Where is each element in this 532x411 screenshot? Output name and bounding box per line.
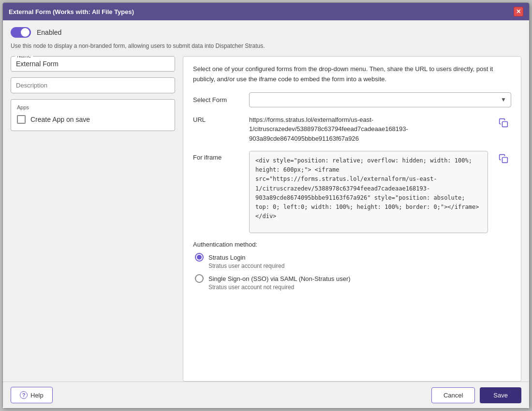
url-label: URL [193,115,241,123]
create-app-row: Create App on save [17,115,169,124]
enabled-section: Enabled [11,27,521,38]
dialog-body: Enabled Use this node to display a non-b… [3,20,529,382]
apps-section: Apps Create App on save [11,99,175,131]
left-panel: Name Apps Create App on save [11,56,175,382]
radio-stratus-login-label: Stratus Login [208,254,246,261]
dialog-container: External Form (Works with: All File Type… [2,2,530,409]
radio-option-stratus: Stratus Login Stratus user account requi… [193,253,511,269]
footer-right: Cancel Save [431,387,521,403]
enabled-toggle[interactable] [11,27,31,38]
right-panel: Select one of your configured forms from… [183,56,521,382]
main-content: Name Apps Create App on save Select o [11,56,521,382]
select-form-row: Select Form ▼ [193,92,511,107]
svg-rect-1 [502,158,508,163]
help-label: Help [30,392,44,399]
copy-url-button[interactable] [496,115,511,131]
description-paragraph: Use this node to display a non-branded f… [11,42,521,50]
copy-iframe-button[interactable] [496,151,511,166]
iframe-code: <div style="position: relative; overflow… [249,151,488,233]
name-float-label: Name [15,56,33,59]
radio-row-sso: Single Sign-on (SSO) via SAML (Non-Strat… [195,274,511,283]
select-form-wrapper: ▼ [249,92,511,107]
description-input[interactable] [11,77,175,93]
copy-iframe-icon [499,154,508,163]
radio-sso[interactable] [195,274,204,283]
apps-section-label: Apps [17,104,169,110]
radio-row-stratus: Stratus Login [195,253,511,262]
copy-icon [499,118,508,128]
save-button[interactable]: Save [480,387,521,403]
name-input[interactable] [16,60,170,68]
create-app-label: Create App on save [30,116,90,123]
enabled-label: Enabled [37,29,61,36]
auth-title: Authentication method: [193,241,511,248]
iframe-label: For iframe [193,151,241,161]
radio-option-sso: Single Sign-on (SSO) via SAML (Non-Strat… [193,274,511,291]
radio-sso-label: Single Sign-on (SSO) via SAML (Non-Strat… [208,275,351,282]
url-row: URL https://forms.stratus.lol/externalfo… [193,115,511,144]
name-field-container: Name [11,56,175,72]
radio-sso-sublabel: Stratus user account not required [195,284,511,291]
auth-section: Authentication method: Stratus Login Str… [193,241,511,291]
help-icon: ? [20,391,28,399]
iframe-row: For iframe <div style="position: relativ… [193,151,511,233]
dialog-footer: ? Help Cancel Save [3,382,529,408]
url-value: https://forms.stratus.lol/externalform/u… [249,115,488,144]
create-app-checkbox[interactable] [17,115,26,124]
radio-stratus-login-sublabel: Stratus user account required [195,263,511,269]
select-form-dropdown[interactable] [249,92,511,107]
dialog-title: External Form (Works with: All File Type… [9,8,134,15]
select-form-label: Select Form [193,96,241,103]
svg-rect-0 [502,121,508,127]
title-bar: External Form (Works with: All File Type… [3,3,529,20]
help-button[interactable]: ? Help [11,387,53,403]
close-button[interactable]: ✕ [514,7,523,16]
cancel-button[interactable]: Cancel [431,387,475,403]
radio-stratus-login[interactable] [195,253,204,262]
intro-text: Select one of your configured forms from… [193,64,511,85]
